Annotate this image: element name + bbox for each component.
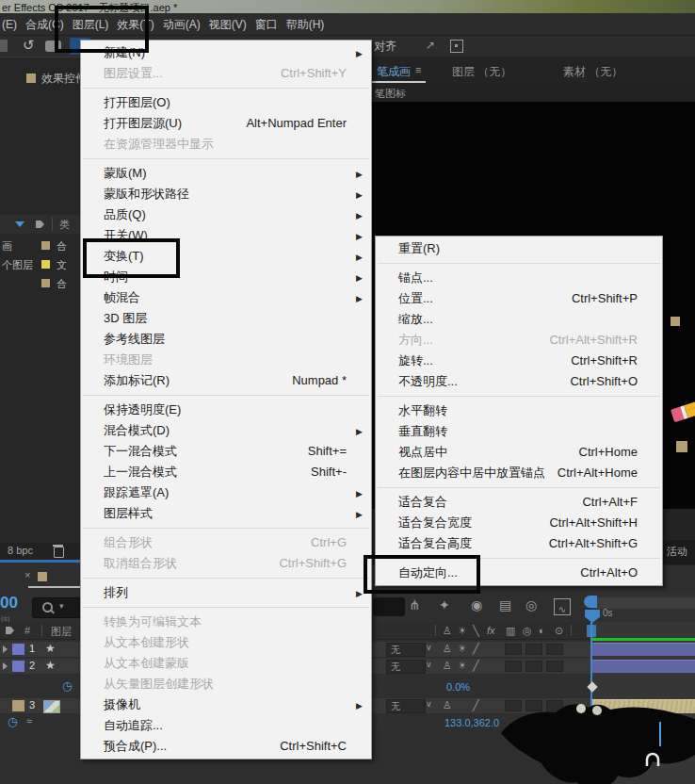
- sort-triangle-icon[interactable]: [15, 221, 24, 227]
- pointer-arrow-icon[interactable]: ↗: [426, 39, 435, 52]
- layer-menu-item-24[interactable]: 图层样式▶: [81, 503, 371, 524]
- layer-column-header[interactable]: 图层: [51, 625, 72, 639]
- shy-switch-icon[interactable]: ♙: [443, 699, 452, 711]
- layer-label-square[interactable]: [12, 700, 24, 711]
- work-area-start-handle[interactable]: [584, 596, 597, 608]
- tab-comp-active[interactable]: 笔成画: [377, 64, 411, 80]
- layer-menu-item-36[interactable]: 自动追踪...: [81, 715, 371, 736]
- shy-layers-icon[interactable]: ✦: [439, 597, 450, 612]
- parent-link-icon[interactable]: ⋔: [409, 597, 420, 612]
- stopwatch-icon[interactable]: ◷: [8, 715, 17, 728]
- motion-blur-column-icon[interactable]: ◎: [523, 625, 532, 637]
- time-ruler[interactable]: 0s: [591, 592, 695, 622]
- layer-menu-item-4[interactable]: 打开图层源(U)Alt+Numpad Enter: [81, 113, 371, 134]
- transform-menu-item-3[interactable]: 位置...Ctrl+Shift+P: [376, 288, 662, 309]
- layer-menu-item-13[interactable]: 帧混合▶: [81, 287, 371, 308]
- type-column-header[interactable]: 类: [59, 218, 70, 232]
- trash-icon[interactable]: [54, 547, 64, 558]
- comp-label-square[interactable]: [41, 241, 50, 250]
- align-panel-title[interactable]: 对齐: [374, 39, 396, 55]
- transform-menu-item-12[interactable]: 在图层内容中居中放置锚点Ctrl+Alt+Home: [376, 463, 662, 483]
- transform-menu-item-0[interactable]: 重置(R): [376, 238, 662, 259]
- menubar-item-7[interactable]: 帮助(H): [286, 13, 325, 35]
- project-row-1[interactable]: 画 合: [0, 237, 80, 254]
- fx-column-icon[interactable]: fx: [487, 625, 495, 636]
- project-row-3[interactable]: 合: [0, 275, 80, 292]
- viewer-tab-name[interactable]: 笔图标: [375, 87, 406, 101]
- switch-cell[interactable]: [505, 644, 522, 655]
- menubar-item-0[interactable]: (E): [2, 13, 17, 35]
- quality-column-icon[interactable]: ╲: [473, 625, 479, 637]
- close-tab-icon[interactable]: ×: [24, 569, 30, 580]
- quality-switch-icon[interactable]: ╱: [473, 660, 479, 672]
- comp-label-square[interactable]: [41, 279, 50, 287]
- current-time-display[interactable]: 00: [0, 594, 18, 612]
- layer-menu-item-29[interactable]: 排列▶: [81, 582, 371, 603]
- switch-cell[interactable]: [505, 661, 522, 672]
- region-of-interest-icon[interactable]: [450, 40, 463, 53]
- transform-menu-item-14[interactable]: 适合复合Ctrl+Alt+F: [376, 492, 662, 513]
- layer-menu-item-17[interactable]: 添加标记(R)Numpad *: [81, 370, 371, 391]
- layer-bar-1[interactable]: [592, 643, 695, 656]
- layer-menu-item-7[interactable]: 蒙版(M)▶: [81, 163, 371, 184]
- menubar-item-4[interactable]: 动画(A): [163, 13, 201, 35]
- project-row-2[interactable]: 个图层 文: [0, 256, 80, 273]
- twirl-icon[interactable]: [3, 662, 8, 670]
- opacity-value[interactable]: 0.0%: [446, 681, 470, 693]
- shy-switch-icon[interactable]: ♙: [443, 660, 452, 672]
- parent-chevron-icon[interactable]: ∨: [426, 699, 432, 709]
- rotate-tool-icon[interactable]: ↺: [23, 37, 35, 54]
- layer-menu-item-14[interactable]: 3D 图层: [81, 308, 371, 329]
- switch-cell[interactable]: [546, 644, 563, 655]
- collapse-column-icon[interactable]: ☀: [458, 625, 467, 637]
- active-camera-label[interactable]: 活动: [667, 545, 687, 559]
- switch-cell[interactable]: [505, 700, 522, 711]
- transform-menu-item-16[interactable]: 适合复合高度Ctrl+Alt+Shift+G: [376, 533, 662, 554]
- playhead-line[interactable]: [590, 610, 592, 784]
- layer-label-square[interactable]: [12, 644, 24, 655]
- transform-menu-item-6[interactable]: 旋转...Ctrl+Shift+R: [376, 351, 662, 371]
- layer-menu-item-22[interactable]: 上一混合模式Shift+-: [81, 462, 371, 482]
- layer-menu-item-21[interactable]: 下一混合模式Shift+=: [81, 441, 371, 462]
- folder-label-square[interactable]: [41, 260, 50, 269]
- shy-column-icon[interactable]: ♙: [443, 625, 452, 637]
- layer-menu-item-23[interactable]: 跟踪遮罩(A)▶: [81, 482, 371, 503]
- switch-cell[interactable]: [525, 661, 542, 672]
- layer-menu-item-35[interactable]: 摄像机▶: [81, 694, 371, 715]
- effect-controls-label[interactable]: 效果控件: [41, 71, 80, 87]
- twirl-icon[interactable]: [3, 645, 8, 653]
- transform-menu-item-10[interactable]: 垂直翻转: [376, 421, 662, 442]
- layer-label-square[interactable]: [12, 661, 24, 672]
- switch-cell[interactable]: [525, 700, 542, 711]
- transform-menu-item-11[interactable]: 视点居中Ctrl+Home: [376, 442, 662, 463]
- number-column-header[interactable]: #: [24, 625, 30, 636]
- quality-switch-icon[interactable]: ╱: [473, 699, 479, 711]
- label-column-icon[interactable]: [6, 627, 14, 634]
- blend-circles-icon[interactable]: ◎: [525, 597, 537, 612]
- transform-menu-item-7[interactable]: 不透明度...Ctrl+Shift+O: [376, 371, 662, 392]
- quality-switch-icon[interactable]: ╱: [473, 643, 479, 655]
- motion-blur-master-icon[interactable]: ◉: [471, 597, 482, 612]
- position-value[interactable]: 133.0,362.0: [444, 717, 499, 728]
- parent-dropdown[interactable]: 无: [386, 699, 426, 713]
- parent-dropdown[interactable]: 无: [386, 643, 426, 657]
- switch-cell[interactable]: [546, 661, 563, 672]
- stopwatch-icon[interactable]: ◷: [62, 679, 72, 693]
- switch-cell[interactable]: [525, 644, 542, 655]
- layer-bar-2[interactable]: [592, 660, 695, 673]
- shy-switch-icon[interactable]: ♙: [443, 643, 452, 655]
- menubar-item-5[interactable]: 视图(V): [209, 13, 247, 35]
- parent-chevron-icon[interactable]: ∨: [426, 660, 432, 669]
- panel-menu-icon[interactable]: ≡: [415, 64, 421, 75]
- collapse-switch-icon[interactable]: ☀: [458, 660, 467, 672]
- transform-menu-item-2[interactable]: 锚点...: [376, 268, 662, 288]
- tab-layer[interactable]: 图层 （无）: [452, 64, 511, 80]
- frame-blend-master-icon[interactable]: ▤: [499, 597, 511, 612]
- layer-menu-item-37[interactable]: 预合成(P)...Ctrl+Shift+C: [81, 736, 371, 757]
- transform-menu-item-4[interactable]: 缩放...: [376, 309, 662, 330]
- comp-mini-flowchart[interactable]: [373, 597, 405, 616]
- graph-editor-icon[interactable]: ∿: [554, 598, 571, 615]
- switch-cell[interactable]: [546, 700, 563, 711]
- label-column-icon[interactable]: [36, 220, 44, 228]
- layer-bar-3[interactable]: [592, 699, 695, 713]
